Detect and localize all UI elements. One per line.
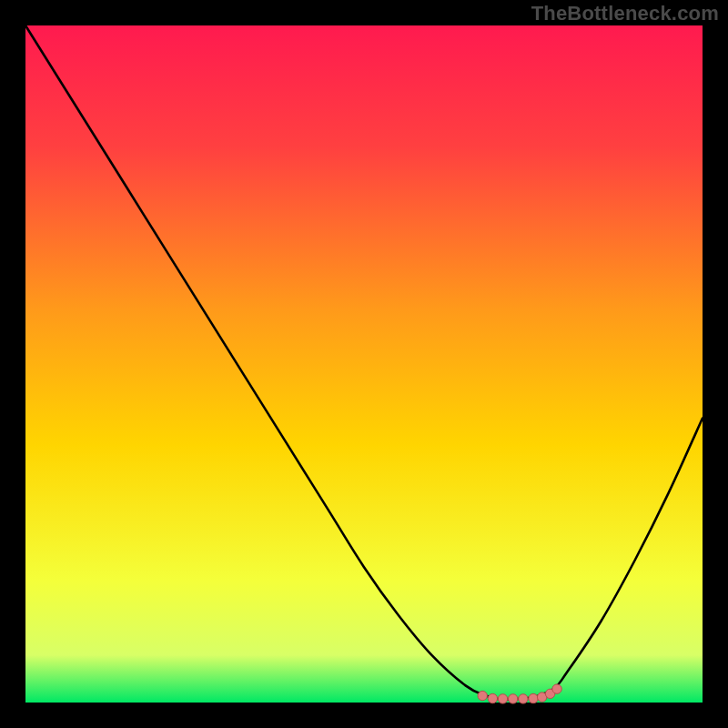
chart-svg [0,0,728,728]
plot-background [25,25,703,703]
data-dot [519,694,528,703]
data-dot [508,694,517,703]
data-dot [488,693,497,703]
data-dot [552,684,561,693]
data-dot [478,691,487,700]
data-dot [529,693,538,703]
watermark-text: TheBottleneck.com [531,2,719,25]
chart-frame: { "watermark": "TheBottleneck.com", "col… [0,0,728,728]
data-dot [498,694,507,703]
